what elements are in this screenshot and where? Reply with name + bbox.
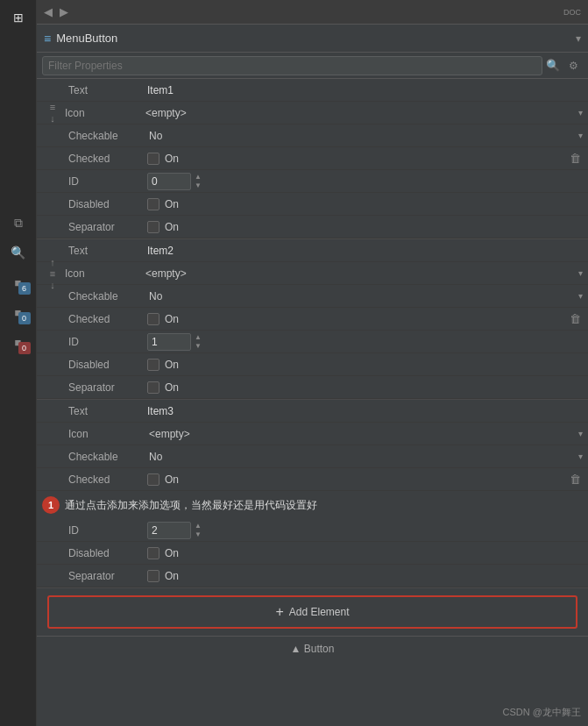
sidebar-badge-6[interactable]: ■ 6: [4, 268, 32, 296]
properties-area: Text Item1 ≡ ↓ Icon <empty> ▾ Checkable: [37, 79, 588, 726]
label-disabled-3: Disabled: [65, 547, 144, 559]
checkbox-separator-1[interactable]: [147, 221, 159, 233]
dropdown-arrow-checkable-1: ▾: [578, 131, 583, 140]
badge-count-0a: 0: [18, 312, 31, 324]
item-group-2: Text Item2 ↑ ≡ ↓ Icon <empty> ▾ Check: [37, 239, 588, 400]
label-checked-3: Checked: [65, 473, 144, 486]
move-up-icon-1[interactable]: ≡: [46, 102, 60, 113]
spinner-input-id-1[interactable]: [147, 173, 191, 190]
nav-forward-icon[interactable]: ▶: [60, 5, 68, 18]
filter-settings-button[interactable]: ⚙: [563, 56, 583, 75]
value-text-3: Item3: [144, 405, 588, 417]
prop-row-id-3: ID ▲ ▼: [37, 519, 588, 542]
prop-row-checkable-1: Checkable No ▾: [37, 125, 588, 147]
dropdown-checkable-2[interactable]: No ▾: [144, 290, 588, 302]
delete-checked-2[interactable]: 🗑: [565, 310, 584, 329]
dropdown-value-icon-3: <empty>: [149, 428, 190, 440]
prop-row-text-3: Text Item3: [37, 400, 588, 423]
item-group-1: Text Item1 ≡ ↓ Icon <empty> ▾ Checkable: [37, 79, 588, 239]
toggle-disabled-1: On: [144, 198, 588, 210]
prop-row-disabled-1: Disabled On: [37, 193, 588, 216]
spinner-input-id-3[interactable]: [147, 522, 191, 539]
move-handle-icon-2[interactable]: ≡: [46, 267, 60, 279]
checkbox-disabled-1[interactable]: [147, 198, 159, 210]
label-disabled-1: Disabled: [65, 198, 144, 210]
prop-row-checkable-2: Checkable No ▾: [37, 285, 588, 308]
checkbox-separator-2[interactable]: [147, 381, 159, 394]
prop-row-separator-2: Separator On: [37, 376, 588, 399]
prop-row-text-1: Text Item1: [37, 79, 588, 102]
dropdown-icon-2[interactable]: <empty> ▾: [140, 267, 588, 280]
spinner-down-id-3[interactable]: ▼: [193, 530, 203, 539]
add-element-button[interactable]: + Add Element: [47, 595, 577, 629]
spinner-down-id-2[interactable]: ▼: [193, 342, 203, 351]
checkbox-separator-3[interactable]: [147, 570, 159, 582]
toggle-checked-3: On: [144, 473, 565, 486]
label-id-2: ID: [65, 336, 144, 348]
sidebar-badge-0a[interactable]: ■ 0: [4, 298, 32, 326]
checkbox-checked-3[interactable]: [147, 473, 159, 486]
watermark: CSDN @龙中舞王: [503, 706, 581, 719]
spinner-id-1: ▲ ▼: [144, 173, 588, 190]
prop-row-disabled-3: Disabled On: [37, 542, 588, 565]
value-text-1: Item1: [144, 84, 588, 96]
label-text-1: Text: [65, 84, 144, 96]
label-icon-3: Icon: [65, 428, 144, 440]
label-checked-1: Checked: [65, 153, 144, 165]
label-text-3: Text: [65, 405, 144, 417]
panel-collapse-icon[interactable]: ▾: [576, 32, 581, 45]
add-icon: +: [275, 604, 283, 620]
tooltip-text: 通过点击添加来添加选项，当然最好还是用代码设置好: [65, 498, 317, 513]
toggle-label-separator-3: On: [165, 570, 179, 582]
label-disabled-2: Disabled: [65, 359, 144, 371]
label-separator-3: Separator: [65, 570, 144, 582]
spinner-id-3: ▲ ▼: [144, 522, 588, 539]
checkbox-disabled-2[interactable]: [147, 359, 159, 371]
toggle-separator-2: On: [144, 381, 588, 394]
filter-bar: 🔍 ⚙: [37, 53, 588, 79]
spinner-input-id-2[interactable]: [147, 333, 191, 351]
doc-label: DOC: [563, 8, 581, 17]
checkbox-checked-1[interactable]: [147, 153, 159, 165]
move-down-icon-2[interactable]: ↓: [46, 279, 60, 290]
dropdown-arrow-icon-3: ▾: [578, 429, 583, 438]
delete-checked-3[interactable]: 🗑: [565, 470, 584, 489]
label-id-1: ID: [65, 175, 144, 188]
dropdown-checkable-3[interactable]: No ▾: [144, 451, 588, 463]
dropdown-icon-3[interactable]: <empty> ▾: [144, 428, 588, 440]
group-controls-2: ↑ ≡ ↓: [44, 256, 61, 290]
sidebar-icon-layers[interactable]: ⊞: [4, 4, 32, 32]
sidebar-icon-search[interactable]: 🔍: [4, 238, 32, 267]
toggle-label-disabled-2: On: [165, 359, 179, 371]
spinner-up-id-3[interactable]: ▲: [193, 522, 203, 530]
toggle-label-separator-2: On: [165, 381, 179, 394]
value-text-2: Item2: [144, 245, 588, 257]
toggle-separator-1: On: [144, 221, 588, 233]
prop-row-id-2: ID ▲ ▼: [37, 331, 588, 353]
prop-row-id-1: ID ▲ ▼: [37, 170, 588, 193]
checkbox-disabled-3[interactable]: [147, 547, 159, 559]
tooltip-overlay: 1 通过点击添加来添加选项，当然最好还是用代码设置好: [37, 491, 588, 519]
delete-checked-1[interactable]: 🗑: [565, 149, 584, 168]
dropdown-icon-1[interactable]: <empty> ▾: [140, 107, 588, 119]
filter-input[interactable]: [42, 56, 542, 75]
label-icon-1: Icon: [61, 107, 140, 119]
toggle-disabled-3: On: [144, 547, 588, 559]
move-down-icon-1[interactable]: ↓: [46, 113, 60, 125]
dropdown-value-checkable-2: No: [149, 290, 162, 302]
tooltip-badge: 1: [42, 496, 60, 514]
nav-back-icon[interactable]: ◀: [44, 5, 53, 18]
move-up-icon-2[interactable]: ↑: [46, 256, 60, 267]
sidebar-icon-copy[interactable]: ⧉: [4, 209, 32, 237]
checked-row-3-container: Checked On 🗑 1 通过点击添加来添加选项，当然最好还是用代码设置好: [37, 468, 588, 519]
spinner-up-id-2[interactable]: ▲: [193, 333, 203, 342]
spinner-down-id-1[interactable]: ▼: [193, 182, 203, 190]
sidebar-badge-0b[interactable]: ■ 0: [4, 328, 32, 356]
spinner-up-id-1[interactable]: ▲: [193, 173, 203, 182]
toggle-label-checked-2: On: [165, 313, 179, 325]
dropdown-checkable-1[interactable]: No ▾: [144, 130, 588, 142]
dropdown-value-checkable-3: No: [149, 451, 162, 463]
toggle-separator-3: On: [144, 570, 588, 582]
spinner-arrows-id-2: ▲ ▼: [193, 333, 203, 351]
checkbox-checked-2[interactable]: [147, 313, 159, 325]
